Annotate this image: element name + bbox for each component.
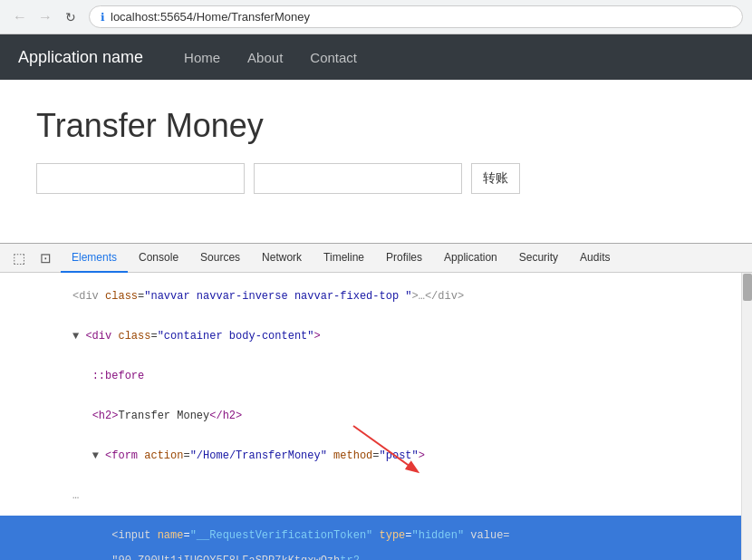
page-content: Transfer Money 转账 xyxy=(0,80,752,243)
back-button[interactable]: ← xyxy=(9,7,31,27)
tab-profiles[interactable]: Profiles xyxy=(375,244,433,273)
tab-sources[interactable]: Sources xyxy=(189,244,251,273)
code-line-3: ::before xyxy=(0,356,741,396)
forward-button[interactable]: → xyxy=(34,7,56,27)
code-lines-wrapper: <div class="navvar navvar-inverse navvar… xyxy=(0,276,741,560)
code-line-2: ▼ <div class="container body-content"> xyxy=(0,316,741,356)
code-line-6-dots: … xyxy=(0,476,741,516)
refresh-button[interactable]: ↻ xyxy=(60,8,82,26)
tab-security[interactable]: Security xyxy=(508,244,569,273)
code-line-7-highlighted[interactable]: <input name="__RequestVerificationToken"… xyxy=(0,516,741,560)
tab-application[interactable]: Application xyxy=(433,244,508,273)
transfer-form: 转账 xyxy=(36,163,716,194)
nav-buttons: ← → ↻ xyxy=(9,7,82,27)
secure-icon: ℹ xyxy=(101,11,105,24)
nav-link-contact[interactable]: Contact xyxy=(296,36,371,79)
money-input[interactable] xyxy=(254,163,462,194)
nav-link-about[interactable]: About xyxy=(234,36,296,79)
app-brand: Application name xyxy=(18,48,143,67)
inspect-icon[interactable]: ⬚ xyxy=(7,246,31,270)
tab-elements[interactable]: Elements xyxy=(61,244,128,273)
devtools-panel: ⬚ ⊡ Elements Console Sources Network Tim… xyxy=(0,243,752,560)
devtools-tabs: ⬚ ⊡ Elements Console Sources Network Tim… xyxy=(0,244,752,273)
code-line-4: <h2>Transfer Money</h2> xyxy=(0,396,741,436)
submit-button[interactable]: 转账 xyxy=(471,163,520,194)
code-line-1: <div class="navvar navvar-inverse navvar… xyxy=(0,276,741,316)
device-icon[interactable]: ⊡ xyxy=(34,246,57,270)
app-nav-links: Home About Contact xyxy=(170,36,371,79)
scrollbar-thumb[interactable] xyxy=(743,274,752,301)
nav-link-home[interactable]: Home xyxy=(170,36,234,79)
devtools-main: <div class="navvar navvar-inverse navvar… xyxy=(0,273,741,560)
address-bar: ℹ xyxy=(89,5,743,28)
to-account-input[interactable] xyxy=(36,163,245,194)
browser-chrome: ← → ↻ ℹ xyxy=(0,0,752,34)
devtools-scrollbar[interactable] xyxy=(741,273,752,560)
app-navbar: Application name Home About Contact xyxy=(0,34,752,80)
tab-timeline[interactable]: Timeline xyxy=(313,244,375,273)
devtools-code-content: <div class="navvar navvar-inverse navvar… xyxy=(0,273,752,560)
tab-console[interactable]: Console xyxy=(128,244,189,273)
url-input[interactable] xyxy=(111,10,731,24)
tab-audits[interactable]: Audits xyxy=(569,244,621,273)
page-title: Transfer Money xyxy=(36,107,716,145)
code-line-5: ▼ <form action="/Home/TransferMoney" met… xyxy=(0,436,741,476)
tab-network[interactable]: Network xyxy=(251,244,313,273)
